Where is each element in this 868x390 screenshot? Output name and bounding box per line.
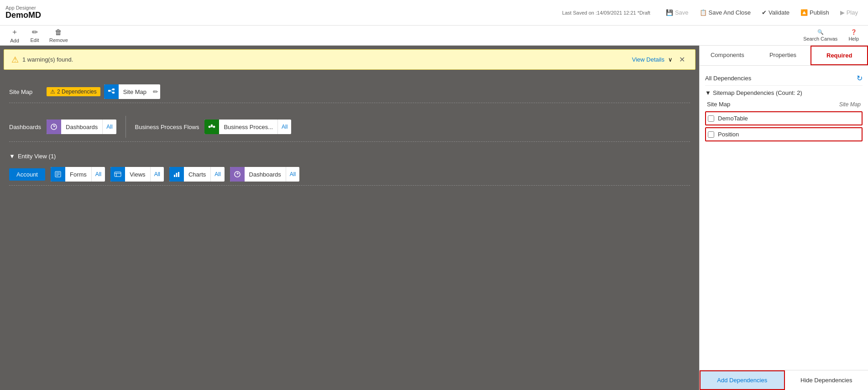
right-panel: Components Properties Required All Depen…	[699, 46, 868, 390]
sitemap-edit-button[interactable]: ✏	[151, 86, 160, 97]
sitemap-dep-header-label: Sitemap Dependencies (Count: 2)	[713, 89, 802, 96]
sitemap-controls: ⚠ 2 Dependencies Site Map ✏	[47, 84, 160, 99]
charts-card: Charts All	[169, 167, 225, 182]
forms-card-label: Forms	[65, 171, 91, 178]
entity-dashboards-card-label: Dashboards	[245, 171, 286, 178]
sitemap-dep-header[interactable]: ▼ Sitemap Dependencies (Count: 2)	[705, 89, 863, 96]
top-bar-actions: 💾 Save 📋 Save And Close ✔ Validate 🔼 Pub…	[661, 7, 863, 18]
entity-row: Account Forms All	[4, 163, 695, 185]
warning-icon: ⚠	[11, 55, 19, 65]
forms-all[interactable]: All	[91, 167, 105, 182]
dep-checkbox-position[interactable]	[708, 131, 714, 138]
svg-rect-19	[176, 173, 177, 177]
refresh-icon[interactable]: ↻	[857, 74, 863, 83]
dep-badge[interactable]: ⚠ 2 Dependencies	[47, 87, 100, 96]
tab-properties[interactable]: Properties	[755, 46, 811, 65]
bpf-card-icon	[204, 120, 219, 134]
add-icon: ＋	[11, 27, 18, 37]
svg-line-3	[110, 89, 112, 91]
dep-item-label-demotable: DemoTable	[718, 115, 748, 122]
add-dependencies-button[interactable]: Add Dependencies	[700, 370, 785, 390]
canvas-area: ⚠ 1 warning(s) found. View Details ∨ ✕ S…	[0, 46, 699, 390]
views-all[interactable]: All	[150, 167, 164, 182]
chevron-down-icon: ∨	[668, 56, 673, 63]
edit-button[interactable]: ✏ Edit	[26, 26, 44, 45]
dep-item-label-position: Position	[718, 131, 739, 138]
dep-checkbox-demotable[interactable]	[708, 115, 714, 122]
validate-button[interactable]: ✔ Validate	[757, 7, 794, 18]
sitemap-label: Site Map	[9, 88, 41, 95]
panel-content: All Dependencies ↻ ▼ Sitemap Dependencie…	[700, 66, 868, 370]
publish-icon: 🔼	[800, 9, 808, 16]
save-button[interactable]: 💾 Save	[661, 7, 693, 18]
help-icon: ❓	[851, 29, 857, 35]
save-icon: 💾	[666, 9, 673, 16]
sitemap-row: Site Map ⚠ 2 Dependencies Site Map ✏	[4, 81, 695, 103]
bpf-card: Business Proces... All	[204, 120, 291, 134]
canvas-content: Site Map ⚠ 2 Dependencies Site Map ✏	[0, 73, 699, 193]
panel-tabs: Components Properties Required	[700, 46, 868, 66]
main-layout: ⚠ 1 warning(s) found. View Details ∨ ✕ S…	[0, 46, 868, 390]
all-dep-row: All Dependencies ↻	[705, 71, 863, 86]
dashboards-all[interactable]: All	[102, 120, 116, 134]
remove-button[interactable]: 🗑 Remove	[46, 26, 72, 45]
top-bar: App Designer DemoMD Last Saved on :14/09…	[0, 0, 868, 26]
entity-collapse-icon: ▼	[9, 153, 15, 160]
help-button[interactable]: ❓ Help	[845, 27, 863, 43]
sitemap-card: Site Map ✏	[104, 84, 160, 99]
sitemap-card-label: Site Map	[119, 88, 151, 95]
save-close-button[interactable]: 📋 Save And Close	[695, 7, 756, 18]
entity-view-label: Entity View (1)	[18, 153, 56, 160]
warning-banner-left: ⚠ 1 warning(s) found.	[11, 55, 73, 65]
svg-line-4	[110, 91, 112, 93]
sitemap-section: Site Map ⚠ 2 Dependencies Site Map ✏	[4, 77, 695, 107]
account-label: Account	[16, 171, 38, 178]
dashboards-divider	[9, 141, 690, 142]
validate-icon: ✔	[762, 9, 767, 16]
close-warning-button[interactable]: ✕	[676, 54, 688, 65]
save-close-icon: 📋	[700, 9, 707, 16]
forms-card-icon	[51, 167, 65, 182]
sitemap-dep-chevron-icon: ▼	[705, 89, 711, 96]
dashboards-label: Dashboards	[9, 124, 41, 130]
charts-all[interactable]: All	[210, 167, 224, 182]
remove-icon: 🗑	[55, 28, 62, 36]
svg-point-6	[209, 126, 210, 128]
entity-dashboards-card: Dashboards All	[230, 167, 299, 182]
account-badge[interactable]: Account	[9, 168, 45, 181]
hide-dependencies-button[interactable]: Hide Dependencies	[785, 370, 868, 390]
add-button[interactable]: ＋ Add	[5, 26, 24, 45]
app-name: DemoMD	[5, 10, 41, 20]
tab-components[interactable]: Components	[700, 46, 755, 65]
panel-footer: Add Dependencies Hide Dependencies	[700, 370, 868, 390]
entity-section: ▼ Entity View (1) Account Forms All	[4, 147, 695, 189]
dep-badge-label: 2 Dependencies	[57, 88, 97, 95]
warning-banner-right: View Details ∨ ✕	[632, 54, 688, 65]
dashboards-card-icon	[47, 120, 61, 134]
dashboards-bpf-section: Dashboards Dashboards All Business Proce…	[4, 109, 695, 146]
svg-rect-15	[115, 172, 121, 177]
charts-card-icon	[169, 167, 184, 182]
charts-card-label: Charts	[184, 171, 210, 178]
app-info: App Designer DemoMD	[5, 5, 41, 20]
dashboards-card: Dashboards All	[47, 120, 116, 134]
play-button[interactable]: ▶ Play	[836, 7, 863, 18]
sitemap-dep-section: Site Map Site Map DemoTable Position	[705, 101, 863, 141]
sitemap-divider	[9, 103, 690, 103]
sitemap-dep-title-left: Site Map	[707, 101, 730, 108]
entity-dashboards-all[interactable]: All	[286, 167, 299, 182]
svg-rect-0	[108, 90, 110, 92]
sitemap-card-icon	[104, 84, 119, 99]
publish-button[interactable]: 🔼 Publish	[796, 7, 834, 18]
entity-divider	[9, 185, 690, 186]
app-designer-label: App Designer	[5, 5, 41, 10]
view-details-link[interactable]: View Details	[632, 56, 664, 63]
tab-required[interactable]: Required	[810, 46, 868, 65]
entity-header[interactable]: ▼ Entity View (1)	[4, 151, 695, 163]
all-dep-label: All Dependencies	[705, 75, 751, 82]
entity-dashboards-card-icon	[230, 167, 245, 182]
bpf-all[interactable]: All	[277, 120, 291, 134]
search-canvas-button[interactable]: 🔍 Search Canvas	[800, 27, 841, 43]
svg-point-9	[211, 125, 213, 126]
forms-card: Forms All	[51, 167, 105, 182]
